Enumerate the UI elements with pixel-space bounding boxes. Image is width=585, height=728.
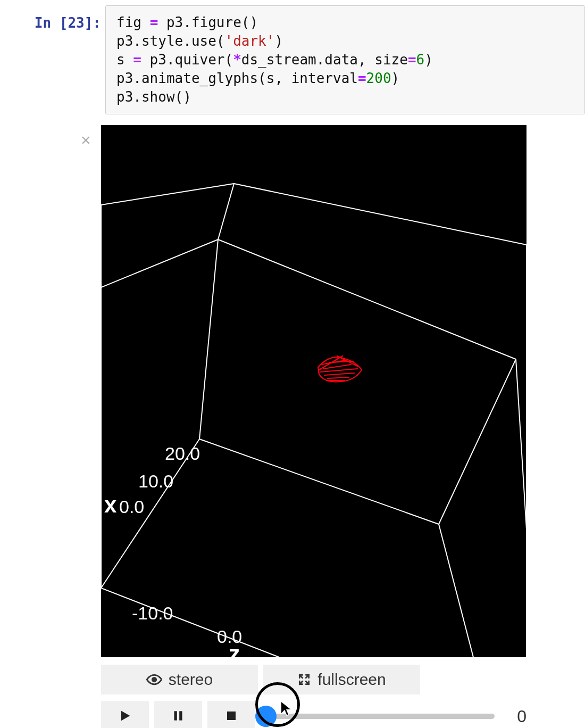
axis-x-tick-10: 10.0 [138, 471, 173, 492]
svg-rect-16 [179, 711, 182, 720]
svg-rect-17 [227, 712, 236, 720]
stop-button[interactable] [207, 701, 255, 728]
axis-x-tick-0: 0.0 [119, 497, 144, 517]
play-icon [118, 708, 132, 725]
pause-icon [171, 709, 185, 724]
svg-line-0 [101, 184, 234, 205]
view-toolbar: stereo fullscreen [101, 665, 526, 694]
axis-z-label: z [229, 641, 240, 657]
axis-y-tick-neg10: -10.0 [132, 603, 173, 624]
svg-line-2 [218, 184, 234, 239]
bounding-box-wireframe [101, 125, 526, 657]
cell-prompt: In [23]: [21, 5, 101, 31]
svg-line-6 [218, 239, 516, 359]
stop-icon [225, 709, 238, 724]
slider-thumb[interactable] [255, 706, 277, 727]
svg-line-7 [199, 239, 218, 439]
code-line-4: p3.animate_glyphs(s, interval=200) [116, 69, 574, 88]
eye-icon [146, 672, 162, 688]
code-cell: In [23]: fig = p3.figure() p3.style.use(… [0, 0, 585, 114]
code-line-2: p3.style.use('dark') [116, 32, 574, 51]
slider-value: 0 [505, 707, 526, 726]
svg-line-1 [234, 184, 526, 245]
svg-point-14 [152, 678, 156, 682]
3d-canvas[interactable]: x 0.0 10.0 20.0 -10.0 0.0 z [101, 125, 526, 657]
pause-button[interactable] [154, 701, 202, 728]
stereo-button[interactable]: stereo [101, 665, 258, 694]
svg-line-9 [199, 439, 439, 524]
svg-line-13 [101, 588, 279, 657]
fullscreen-button[interactable]: fullscreen [263, 665, 420, 694]
axis-x-tick-20: 20.0 [165, 443, 200, 464]
code-line-1: fig = p3.figure() [116, 13, 574, 32]
stereo-label: stereo [169, 671, 213, 689]
fullscreen-icon [297, 673, 311, 686]
close-icon[interactable]: × [81, 131, 91, 148]
fullscreen-label: fullscreen [317, 671, 386, 689]
svg-line-5 [101, 239, 218, 287]
progress-slider[interactable] [266, 714, 495, 719]
animation-player: 0 [101, 701, 526, 728]
code-line-3: s = p3.quiver(*ds_stream.data, size=6) [116, 51, 574, 69]
code-input[interactable]: fig = p3.figure() p3.style.use('dark') s… [105, 5, 585, 114]
quiver-glyphs [314, 349, 367, 388]
svg-line-10 [439, 359, 516, 524]
svg-line-11 [439, 524, 473, 657]
output-area: × [101, 125, 526, 728]
svg-line-12 [516, 359, 526, 530]
code-line-5: p3.show() [116, 88, 574, 106]
play-button[interactable] [101, 701, 149, 728]
axis-x-label: x [104, 492, 116, 518]
svg-rect-15 [174, 711, 177, 720]
